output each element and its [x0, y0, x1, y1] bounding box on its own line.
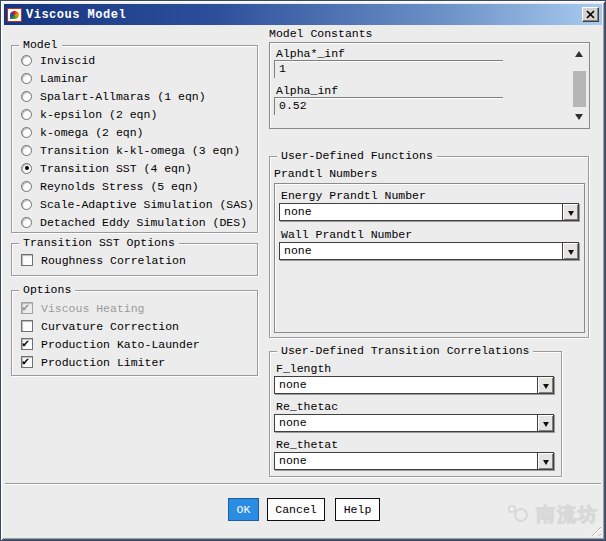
model-group: Model Inviscid Laminar Spalart-Allmaras …	[11, 45, 258, 233]
watermark-logo-icon	[508, 505, 530, 525]
f-length-label: F_length	[274, 361, 554, 376]
fluent-app-icon	[7, 8, 22, 22]
chevron-down-icon[interactable]	[562, 204, 578, 220]
radio-icon	[21, 181, 32, 192]
viscous-model-dialog: Viscous Model Model Inviscid Laminar Spa…	[0, 0, 606, 541]
checkbox-icon	[21, 338, 33, 350]
dialog-title: Viscous Model	[26, 8, 126, 22]
re-thetac-label: Re_thetac	[274, 399, 554, 414]
wall-prandtl-dropdown[interactable]: none	[279, 242, 579, 260]
re-thetac-dropdown[interactable]: none	[274, 414, 554, 432]
radio-reynolds-stress[interactable]: Reynolds Stress (5 eqn)	[21, 177, 251, 195]
f-length-dropdown[interactable]: none	[274, 376, 554, 394]
options-group-title: Options	[19, 283, 75, 296]
radio-transition-sst[interactable]: Transition SST (4 eqn)	[21, 159, 251, 177]
radio-icon	[21, 91, 32, 102]
cancel-button[interactable]: Cancel	[267, 498, 325, 521]
title-bar[interactable]: Viscous Model	[4, 4, 602, 25]
alpha-inf-input[interactable]: 0.52	[274, 98, 503, 115]
radio-detached-eddy-simulation[interactable]: Detached Eddy Simulation (DES)	[21, 213, 251, 231]
scroll-down-icon[interactable]	[575, 114, 583, 124]
checkbox-production-kato-launder[interactable]: Production Kato-Launder	[21, 335, 251, 353]
checkbox-roughness-correlation[interactable]: Roughness Correlation	[21, 251, 251, 269]
radio-icon	[21, 127, 32, 138]
prandtl-numbers-panel: Energy Prandtl Number none Wall Prandtl …	[274, 183, 585, 333]
re-thetat-label: Re_thetat	[274, 437, 554, 452]
transition-sst-options-group: Transition SST Options Roughness Correla…	[11, 243, 258, 276]
radio-k-omega[interactable]: k-omega (2 eqn)	[21, 123, 251, 141]
button-separator	[5, 483, 601, 485]
radio-icon	[21, 217, 32, 228]
chevron-down-icon[interactable]	[537, 453, 553, 469]
alpha-inf-label: Alpha_inf	[274, 83, 503, 98]
udtc-group-title: User-Defined Transition Correlations	[277, 344, 533, 357]
user-defined-transition-correlations-group: User-Defined Transition Correlations F_l…	[269, 351, 562, 477]
alpha-star-inf-input[interactable]: 1	[274, 61, 503, 78]
watermark-text: 南流坊	[536, 502, 599, 528]
radio-icon	[21, 199, 32, 210]
chevron-down-icon[interactable]	[537, 415, 553, 431]
radio-scale-adaptive-simulation[interactable]: Scale-Adaptive Simulation (SAS)	[21, 195, 251, 213]
radio-k-epsilon[interactable]: k-epsilon (2 eqn)	[21, 105, 251, 123]
prandtl-numbers-label: Prandtl Numbers	[274, 167, 378, 180]
radio-spalart-allmaras[interactable]: Spalart-Allmaras (1 eqn)	[21, 87, 251, 105]
energy-prandtl-dropdown[interactable]: none	[279, 203, 579, 221]
wall-prandtl-label: Wall Prandtl Number	[279, 227, 579, 242]
radio-icon	[21, 109, 32, 120]
close-icon[interactable]	[582, 7, 599, 22]
checkbox-icon	[21, 302, 33, 314]
radio-icon	[21, 55, 32, 66]
model-group-title: Model	[19, 38, 62, 51]
chevron-down-icon[interactable]	[537, 377, 553, 393]
checkbox-viscous-heating: Viscous Heating	[21, 299, 251, 317]
help-button[interactable]: Help	[335, 498, 380, 521]
udf-group-title: User-Defined Functions	[277, 149, 437, 162]
scroll-up-icon[interactable]	[575, 47, 583, 57]
checkbox-production-limiter[interactable]: Production Limiter	[21, 353, 251, 371]
checkbox-icon	[21, 356, 33, 368]
energy-prandtl-label: Energy Prandtl Number	[279, 188, 579, 203]
radio-icon	[21, 73, 32, 84]
radio-icon	[21, 163, 32, 174]
model-constants-scrollbar[interactable]	[572, 47, 586, 124]
alpha-star-inf-label: Alpha*_inf	[274, 46, 503, 61]
checkbox-curvature-correction[interactable]: Curvature Correction	[21, 317, 251, 335]
watermark: 南流坊	[508, 502, 599, 528]
radio-laminar[interactable]: Laminar	[21, 69, 251, 87]
ok-button[interactable]: OK	[228, 498, 259, 521]
scrollbar-thumb[interactable]	[573, 71, 586, 107]
radio-icon	[21, 145, 32, 156]
radio-inviscid[interactable]: Inviscid	[21, 51, 251, 69]
re-thetat-dropdown[interactable]: none	[274, 452, 554, 470]
transition-sst-options-title: Transition SST Options	[19, 236, 179, 249]
checkbox-icon	[21, 254, 33, 266]
checkbox-icon	[21, 320, 33, 332]
radio-transition-k-kl-omega[interactable]: Transition k-kl-omega (3 eqn)	[21, 141, 251, 159]
options-group: Options Viscous Heating Curvature Correc…	[11, 290, 258, 376]
user-defined-functions-group: User-Defined Functions Prandtl Numbers E…	[269, 156, 589, 338]
model-constants-panel: Alpha*_inf 1 Alpha_inf 0.52	[269, 42, 590, 129]
model-constants-label: Model Constants	[269, 27, 373, 40]
chevron-down-icon[interactable]	[562, 243, 578, 259]
